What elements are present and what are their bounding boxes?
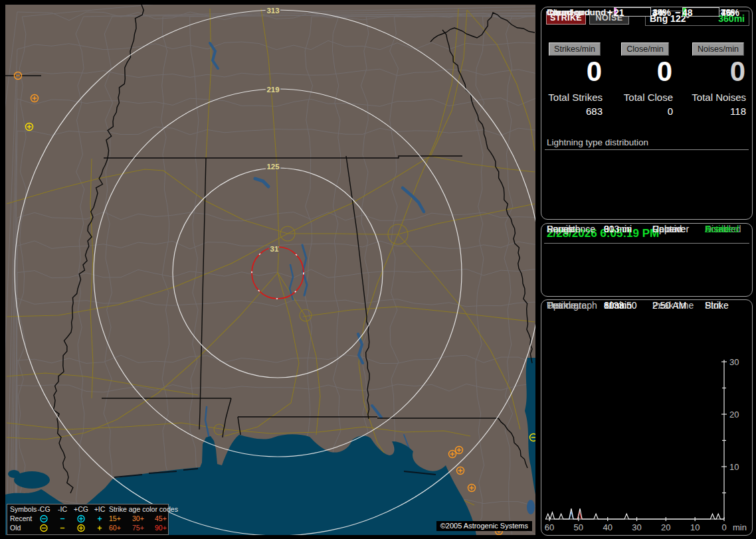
trend-series [545,508,724,519]
svg-text:20: 20 [729,410,739,420]
svg-text:min: min [733,522,747,532]
range-label: Range [547,224,574,234]
svg-text:0: 0 [721,522,726,532]
receiver-state: Enabled [705,224,739,234]
legend-recent-label: Recent [10,514,32,522]
close-per-min-button[interactable]: Close/min [621,42,669,56]
ic-negative-pct: 7% [721,7,734,18]
total-strikes-value: 683 [547,106,603,117]
svg-text:10: 10 [690,522,700,532]
legend-col-neg-cg: -CG [35,505,52,513]
strikes-counter-column: Strikes/min 0 Total Strikes 683 [547,42,603,117]
age-30: 30+ [132,514,144,522]
distribution-title: Lightning type distribution [547,137,648,147]
legend-row-recent: Recent 15+ 30+ 45+ [7,514,168,523]
strikes-per-min-value: 0 [547,58,603,86]
ring-label: 219 [266,86,279,94]
noises-per-min-value: 0 [690,58,746,86]
svg-text:30: 30 [632,522,641,532]
trend-panel: Uptime 1133:50 Peak time Plot Peak rate … [541,299,753,536]
svg-text:60: 60 [545,522,554,532]
pos-ic-recent-icon [91,514,108,523]
age-60: 60+ [109,524,121,532]
receiver-label: Receiver [652,224,689,234]
age-90: 90+ [155,524,167,532]
close-per-min-value: 0 [617,58,673,86]
app-window: 31321912531 Symbols -CG -IC +CG +IC Stri… [0,0,756,539]
legend-col-neg-ic: -IC [54,505,71,513]
close-counter-column: Close/min 0 Total Close 0 [617,42,673,117]
total-noises-value: 118 [690,106,746,117]
legend-symbols-header: Symbols [10,505,37,513]
ring-label: 125 [266,163,280,171]
noises-counter-column: Noises/min 0 Total Noises 118 [690,42,746,117]
legend-old-label: Old [10,524,21,532]
noises-per-min-button[interactable]: Noises/min [692,42,744,56]
legend-age-header: Strike age color codes [109,505,178,513]
map-legend: Symbols -CG -IC +CG +IC Strike age color… [7,504,169,535]
plot-value: Strike [705,300,729,311]
count-label: Count [547,7,573,17]
ic-positive-pct: 3% [652,7,666,18]
svg-text:40: 40 [603,522,612,532]
ic-negative-count: 48 [682,7,693,18]
map-view[interactable]: 31321912531 Symbols -CG -IC +CG +IC Stri… [5,5,535,535]
trend-window-value: 60 min [604,300,632,311]
trend-graph-label: Trend graph [547,300,597,311]
svg-text:10: 10 [729,462,739,472]
age-15: 15+ [109,514,121,522]
range-value: 313 mi [604,224,632,234]
age-45: 45+ [155,514,167,522]
ic-positive-count: 21 [614,7,624,18]
strike-stats-panel: STRIKE NOISE Bng 122° 360mi Strikes/min … [541,7,753,220]
lightning-map[interactable]: 31321912531 [5,5,535,535]
pos-cg-old-icon [72,524,90,532]
legend-col-pos-cg: +CG [72,505,90,513]
neg-ic-old-icon [54,524,71,532]
total-close-value: 0 [617,106,673,117]
minus-sign: − [675,7,680,18]
pos-ic-old-icon [91,524,108,532]
age-75: 75+ [132,524,144,532]
svg-text:20: 20 [661,522,670,532]
legend-col-pos-ic: +IC [91,505,108,513]
strikes-per-min-button[interactable]: Strikes/min [549,42,601,56]
neg-ic-recent-icon [54,514,71,523]
legend-row-old: Old 60+ 75+ 90+ [7,524,168,532]
trend-graph: 6050403020100min102030 [541,353,752,534]
pos-cg-recent-icon [72,514,90,523]
total-noises-label: Total Noises [690,92,746,103]
divider [544,243,749,244]
ring-label: 31 [270,245,279,253]
total-strikes-label: Total Strikes [547,92,603,103]
svg-text:50: 50 [574,522,583,532]
neg-cg-recent-icon [35,514,52,523]
plus-sign: + [607,7,613,18]
divider [545,149,749,150]
status-panel: 2/28/2026 6:05:19 PM Squelch 0 Upload Di… [541,223,753,297]
ring-label: 313 [266,7,279,15]
copyright-label: ©2005 Astrogenic Systems [436,521,532,531]
neg-cg-old-icon [35,524,52,532]
svg-text:30: 30 [729,357,739,367]
peak-time-value: 2:50 AM [652,300,686,311]
total-close-label: Total Close [617,92,673,103]
